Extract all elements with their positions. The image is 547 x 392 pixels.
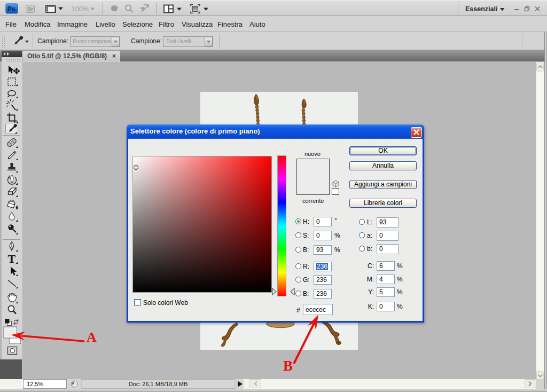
svg-text:A: A [87,330,97,345]
svg-text:B: B [283,358,293,374]
